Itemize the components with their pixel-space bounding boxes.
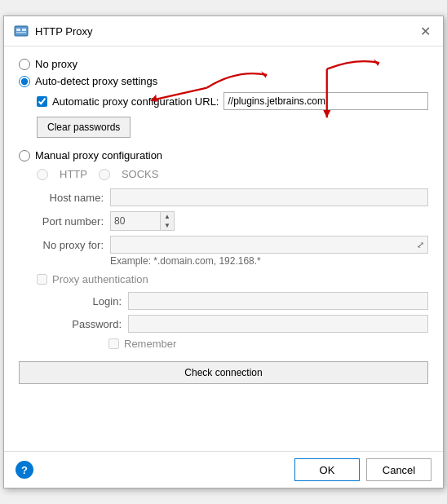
noproxy-label: No proxy for: — [37, 239, 110, 251]
auto-config-label[interactable]: Automatic proxy configuration URL: — [52, 95, 219, 108]
auto-config-checkbox[interactable] — [37, 96, 47, 107]
password-row: Password: — [55, 315, 428, 333]
dialog: HTTP Proxy ✕ No proxy — [3, 15, 444, 489]
title-bar-left: HTTP Proxy — [14, 24, 93, 38]
expand-icon[interactable]: ⤢ — [413, 237, 427, 252]
help-button[interactable]: ? — [15, 461, 33, 479]
port-label: Port number: — [37, 215, 110, 228]
login-label: Login: — [55, 295, 128, 307]
port-spinners: ▲ ▼ — [160, 212, 174, 230]
svg-rect-2 — [22, 29, 26, 31]
dialog-title: HTTP Proxy — [35, 25, 93, 38]
svg-rect-3 — [16, 32, 26, 33]
noproxy-row: No proxy for: ⤢ — [37, 236, 428, 254]
port-row: Port number: ▲ ▼ — [37, 211, 428, 231]
socks-label: SOCKS — [122, 168, 159, 180]
no-proxy-label[interactable]: No proxy — [35, 58, 77, 70]
proxy-auth-label: Proxy authentication — [52, 273, 148, 285]
port-input[interactable] — [111, 212, 160, 230]
noproxy-input-wrap: ⤢ — [110, 236, 428, 254]
no-proxy-row: No proxy — [19, 58, 428, 70]
close-button[interactable]: ✕ — [417, 23, 433, 39]
svg-rect-1 — [16, 29, 20, 31]
proxy-url-input[interactable] — [224, 92, 428, 110]
login-input[interactable] — [128, 292, 428, 310]
http-label: HTTP — [60, 168, 87, 180]
noproxy-input[interactable] — [111, 237, 413, 253]
auto-proxy-url-row: Automatic proxy configuration URL: — [37, 92, 428, 110]
port-increment-button[interactable]: ▲ — [161, 212, 174, 221]
title-bar: HTTP Proxy ✕ — [4, 16, 443, 46]
dialog-footer: ? OK Cancel — [4, 451, 443, 488]
dialog-body: No proxy Auto-detect proxy settings Auto… — [4, 46, 443, 451]
proxy-auth-checkbox[interactable] — [37, 274, 47, 285]
cancel-button[interactable]: Cancel — [366, 458, 432, 481]
password-label: Password: — [55, 318, 128, 330]
remember-label: Remember — [124, 338, 176, 350]
remember-checkbox[interactable] — [108, 338, 119, 349]
login-row: Login: — [55, 292, 428, 310]
footer-buttons: OK Cancel — [294, 458, 432, 481]
manual-proxy-label[interactable]: Manual proxy configuration — [35, 149, 162, 161]
auto-detect-label[interactable]: Auto-detect proxy settings — [35, 75, 157, 87]
no-proxy-radio[interactable] — [19, 59, 30, 70]
host-input[interactable] — [110, 188, 428, 206]
proxy-auth-row: Proxy authentication — [37, 273, 428, 285]
clear-passwords-button[interactable]: Clear passwords — [37, 117, 131, 138]
dialog-icon — [14, 24, 29, 38]
svg-rect-0 — [15, 26, 28, 36]
manual-proxy-radio[interactable] — [19, 150, 30, 161]
http-radio[interactable] — [37, 169, 48, 180]
noproxy-example: Example: *.domain.com, 192.168.* — [110, 255, 428, 267]
auto-proxy-block: Automatic proxy configuration URL: Clear… — [37, 92, 428, 146]
password-input[interactable] — [128, 315, 428, 333]
port-decrement-button[interactable]: ▼ — [161, 221, 174, 230]
protocol-options: HTTP SOCKS — [37, 168, 428, 180]
host-label: Host name: — [37, 192, 110, 204]
remember-row: Remember — [108, 338, 428, 350]
check-connection-button[interactable]: Check connection — [19, 361, 428, 384]
port-input-wrap: ▲ ▼ — [110, 211, 175, 231]
host-row: Host name: — [37, 188, 428, 206]
manual-proxy-row: Manual proxy configuration — [19, 149, 428, 161]
auto-detect-radio[interactable] — [19, 76, 30, 87]
ok-button[interactable]: OK — [294, 458, 360, 481]
socks-radio[interactable] — [99, 169, 110, 180]
auto-detect-row: Auto-detect proxy settings — [19, 75, 428, 87]
